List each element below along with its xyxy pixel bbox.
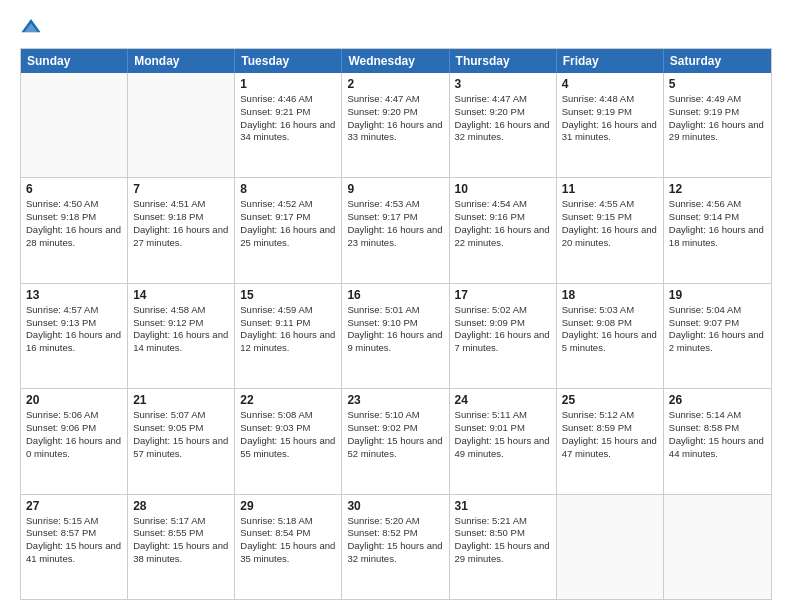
day-number: 21 bbox=[133, 393, 229, 407]
cal-cell: 24Sunrise: 5:11 AM Sunset: 9:01 PM Dayli… bbox=[450, 389, 557, 493]
day-info: Sunrise: 5:21 AM Sunset: 8:50 PM Dayligh… bbox=[455, 515, 551, 566]
day-info: Sunrise: 4:53 AM Sunset: 9:17 PM Dayligh… bbox=[347, 198, 443, 249]
logo-icon bbox=[20, 16, 42, 38]
day-number: 14 bbox=[133, 288, 229, 302]
day-number: 6 bbox=[26, 182, 122, 196]
cal-cell: 13Sunrise: 4:57 AM Sunset: 9:13 PM Dayli… bbox=[21, 284, 128, 388]
day-number: 24 bbox=[455, 393, 551, 407]
day-info: Sunrise: 4:46 AM Sunset: 9:21 PM Dayligh… bbox=[240, 93, 336, 144]
cal-cell: 22Sunrise: 5:08 AM Sunset: 9:03 PM Dayli… bbox=[235, 389, 342, 493]
day-info: Sunrise: 4:57 AM Sunset: 9:13 PM Dayligh… bbox=[26, 304, 122, 355]
cal-cell: 25Sunrise: 5:12 AM Sunset: 8:59 PM Dayli… bbox=[557, 389, 664, 493]
week-row-4: 20Sunrise: 5:06 AM Sunset: 9:06 PM Dayli… bbox=[21, 388, 771, 493]
cal-cell bbox=[128, 73, 235, 177]
cal-cell: 20Sunrise: 5:06 AM Sunset: 9:06 PM Dayli… bbox=[21, 389, 128, 493]
day-info: Sunrise: 5:18 AM Sunset: 8:54 PM Dayligh… bbox=[240, 515, 336, 566]
day-info: Sunrise: 4:49 AM Sunset: 9:19 PM Dayligh… bbox=[669, 93, 766, 144]
cal-cell: 10Sunrise: 4:54 AM Sunset: 9:16 PM Dayli… bbox=[450, 178, 557, 282]
cal-cell: 6Sunrise: 4:50 AM Sunset: 9:18 PM Daylig… bbox=[21, 178, 128, 282]
day-number: 16 bbox=[347, 288, 443, 302]
day-info: Sunrise: 4:58 AM Sunset: 9:12 PM Dayligh… bbox=[133, 304, 229, 355]
cal-cell: 31Sunrise: 5:21 AM Sunset: 8:50 PM Dayli… bbox=[450, 495, 557, 599]
header-day-tuesday: Tuesday bbox=[235, 49, 342, 73]
day-info: Sunrise: 4:54 AM Sunset: 9:16 PM Dayligh… bbox=[455, 198, 551, 249]
day-info: Sunrise: 5:02 AM Sunset: 9:09 PM Dayligh… bbox=[455, 304, 551, 355]
day-info: Sunrise: 5:04 AM Sunset: 9:07 PM Dayligh… bbox=[669, 304, 766, 355]
day-number: 19 bbox=[669, 288, 766, 302]
day-info: Sunrise: 5:03 AM Sunset: 9:08 PM Dayligh… bbox=[562, 304, 658, 355]
cal-cell: 21Sunrise: 5:07 AM Sunset: 9:05 PM Dayli… bbox=[128, 389, 235, 493]
day-number: 5 bbox=[669, 77, 766, 91]
day-number: 27 bbox=[26, 499, 122, 513]
day-info: Sunrise: 5:07 AM Sunset: 9:05 PM Dayligh… bbox=[133, 409, 229, 460]
day-info: Sunrise: 5:12 AM Sunset: 8:59 PM Dayligh… bbox=[562, 409, 658, 460]
day-info: Sunrise: 5:20 AM Sunset: 8:52 PM Dayligh… bbox=[347, 515, 443, 566]
day-number: 26 bbox=[669, 393, 766, 407]
cal-cell: 1Sunrise: 4:46 AM Sunset: 9:21 PM Daylig… bbox=[235, 73, 342, 177]
day-info: Sunrise: 5:10 AM Sunset: 9:02 PM Dayligh… bbox=[347, 409, 443, 460]
cal-cell: 11Sunrise: 4:55 AM Sunset: 9:15 PM Dayli… bbox=[557, 178, 664, 282]
day-info: Sunrise: 4:59 AM Sunset: 9:11 PM Dayligh… bbox=[240, 304, 336, 355]
cal-cell: 16Sunrise: 5:01 AM Sunset: 9:10 PM Dayli… bbox=[342, 284, 449, 388]
calendar: SundayMondayTuesdayWednesdayThursdayFrid… bbox=[20, 48, 772, 600]
day-info: Sunrise: 4:50 AM Sunset: 9:18 PM Dayligh… bbox=[26, 198, 122, 249]
day-info: Sunrise: 5:01 AM Sunset: 9:10 PM Dayligh… bbox=[347, 304, 443, 355]
cal-cell: 23Sunrise: 5:10 AM Sunset: 9:02 PM Dayli… bbox=[342, 389, 449, 493]
week-row-2: 6Sunrise: 4:50 AM Sunset: 9:18 PM Daylig… bbox=[21, 177, 771, 282]
day-info: Sunrise: 4:52 AM Sunset: 9:17 PM Dayligh… bbox=[240, 198, 336, 249]
day-number: 31 bbox=[455, 499, 551, 513]
day-number: 4 bbox=[562, 77, 658, 91]
header-day-friday: Friday bbox=[557, 49, 664, 73]
day-info: Sunrise: 4:47 AM Sunset: 9:20 PM Dayligh… bbox=[347, 93, 443, 144]
day-number: 17 bbox=[455, 288, 551, 302]
day-number: 20 bbox=[26, 393, 122, 407]
page: SundayMondayTuesdayWednesdayThursdayFrid… bbox=[0, 0, 792, 612]
day-info: Sunrise: 5:11 AM Sunset: 9:01 PM Dayligh… bbox=[455, 409, 551, 460]
day-info: Sunrise: 5:14 AM Sunset: 8:58 PM Dayligh… bbox=[669, 409, 766, 460]
header-day-monday: Monday bbox=[128, 49, 235, 73]
day-info: Sunrise: 4:48 AM Sunset: 9:19 PM Dayligh… bbox=[562, 93, 658, 144]
day-number: 10 bbox=[455, 182, 551, 196]
day-number: 8 bbox=[240, 182, 336, 196]
cal-cell: 12Sunrise: 4:56 AM Sunset: 9:14 PM Dayli… bbox=[664, 178, 771, 282]
cal-cell: 2Sunrise: 4:47 AM Sunset: 9:20 PM Daylig… bbox=[342, 73, 449, 177]
day-number: 3 bbox=[455, 77, 551, 91]
cal-cell: 17Sunrise: 5:02 AM Sunset: 9:09 PM Dayli… bbox=[450, 284, 557, 388]
cal-cell: 14Sunrise: 4:58 AM Sunset: 9:12 PM Dayli… bbox=[128, 284, 235, 388]
cal-cell: 15Sunrise: 4:59 AM Sunset: 9:11 PM Dayli… bbox=[235, 284, 342, 388]
day-number: 22 bbox=[240, 393, 336, 407]
day-number: 12 bbox=[669, 182, 766, 196]
day-number: 11 bbox=[562, 182, 658, 196]
cal-cell: 27Sunrise: 5:15 AM Sunset: 8:57 PM Dayli… bbox=[21, 495, 128, 599]
cal-cell bbox=[21, 73, 128, 177]
cal-cell: 7Sunrise: 4:51 AM Sunset: 9:18 PM Daylig… bbox=[128, 178, 235, 282]
header bbox=[20, 16, 772, 38]
day-info: Sunrise: 5:15 AM Sunset: 8:57 PM Dayligh… bbox=[26, 515, 122, 566]
header-day-saturday: Saturday bbox=[664, 49, 771, 73]
cal-cell bbox=[557, 495, 664, 599]
header-day-wednesday: Wednesday bbox=[342, 49, 449, 73]
cal-cell bbox=[664, 495, 771, 599]
cal-cell: 30Sunrise: 5:20 AM Sunset: 8:52 PM Dayli… bbox=[342, 495, 449, 599]
day-info: Sunrise: 4:55 AM Sunset: 9:15 PM Dayligh… bbox=[562, 198, 658, 249]
week-row-3: 13Sunrise: 4:57 AM Sunset: 9:13 PM Dayli… bbox=[21, 283, 771, 388]
day-number: 1 bbox=[240, 77, 336, 91]
cal-cell: 4Sunrise: 4:48 AM Sunset: 9:19 PM Daylig… bbox=[557, 73, 664, 177]
cal-cell: 3Sunrise: 4:47 AM Sunset: 9:20 PM Daylig… bbox=[450, 73, 557, 177]
day-number: 13 bbox=[26, 288, 122, 302]
week-row-5: 27Sunrise: 5:15 AM Sunset: 8:57 PM Dayli… bbox=[21, 494, 771, 599]
cal-cell: 8Sunrise: 4:52 AM Sunset: 9:17 PM Daylig… bbox=[235, 178, 342, 282]
day-info: Sunrise: 4:47 AM Sunset: 9:20 PM Dayligh… bbox=[455, 93, 551, 144]
calendar-header: SundayMondayTuesdayWednesdayThursdayFrid… bbox=[21, 49, 771, 73]
day-number: 15 bbox=[240, 288, 336, 302]
cal-cell: 18Sunrise: 5:03 AM Sunset: 9:08 PM Dayli… bbox=[557, 284, 664, 388]
cal-cell: 28Sunrise: 5:17 AM Sunset: 8:55 PM Dayli… bbox=[128, 495, 235, 599]
day-info: Sunrise: 5:06 AM Sunset: 9:06 PM Dayligh… bbox=[26, 409, 122, 460]
day-info: Sunrise: 5:17 AM Sunset: 8:55 PM Dayligh… bbox=[133, 515, 229, 566]
cal-cell: 29Sunrise: 5:18 AM Sunset: 8:54 PM Dayli… bbox=[235, 495, 342, 599]
day-number: 29 bbox=[240, 499, 336, 513]
day-number: 23 bbox=[347, 393, 443, 407]
day-info: Sunrise: 5:08 AM Sunset: 9:03 PM Dayligh… bbox=[240, 409, 336, 460]
header-day-sunday: Sunday bbox=[21, 49, 128, 73]
day-number: 18 bbox=[562, 288, 658, 302]
